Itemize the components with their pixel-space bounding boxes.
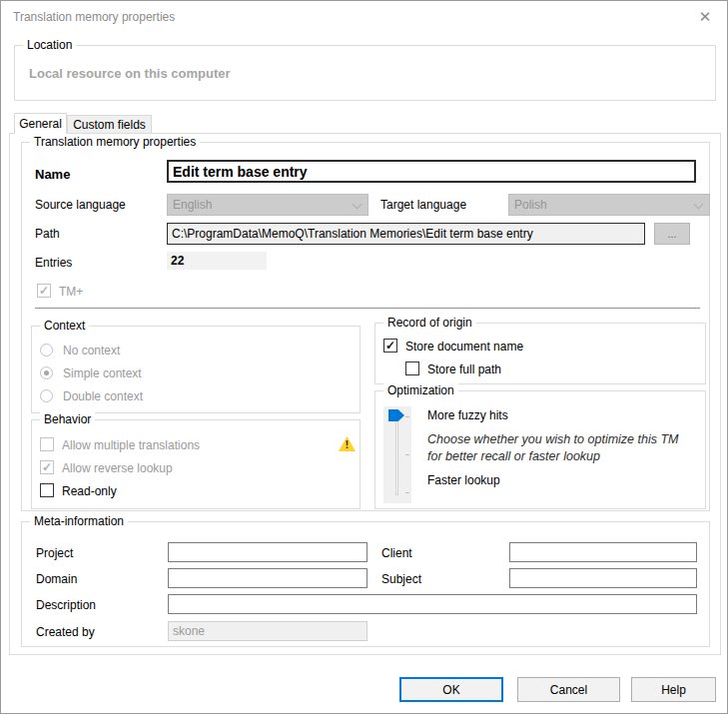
project-input[interactable] — [168, 542, 367, 562]
chevron-down-icon — [353, 200, 363, 210]
no-context-label: No context — [63, 344, 120, 357]
tab-general[interactable]: General — [14, 113, 67, 134]
tab-general-label: General — [19, 117, 62, 131]
browse-button[interactable]: ... — [654, 223, 690, 245]
optimization-groupbox-label: Optimization — [383, 383, 458, 397]
warning-icon — [339, 436, 356, 451]
meta-information-groupbox: Meta-information Project Client Domain S… — [21, 521, 710, 647]
target-language-select[interactable]: Polish — [508, 194, 710, 216]
source-language-value: English — [173, 198, 212, 212]
no-context-radio[interactable] — [40, 344, 53, 357]
separator — [35, 308, 700, 309]
store-full-path-label: Store full path — [427, 362, 501, 376]
source-language-label: Source language — [35, 198, 126, 212]
allow-multiple-translations-checkbox[interactable] — [40, 437, 54, 451]
double-context-radio[interactable] — [40, 389, 53, 402]
description-label: Description — [36, 598, 96, 612]
read-only-label: Read-only — [62, 484, 117, 498]
allow-reverse-lookup-label: Allow reverse lookup — [62, 461, 173, 475]
slider-thumb[interactable] — [388, 409, 404, 421]
ok-button[interactable]: OK — [399, 677, 503, 702]
slider-groove — [395, 414, 398, 495]
allow-reverse-lookup-checkbox[interactable] — [40, 460, 54, 474]
cancel-button[interactable]: Cancel — [517, 677, 620, 702]
title-bar: Translation memory properties ✕ — [1, 1, 727, 33]
tm-plus-label: TM+ — [59, 285, 83, 299]
project-label: Project — [36, 546, 73, 560]
chevron-down-icon — [694, 200, 704, 210]
tm-properties-groupbox-label: Translation memory properties — [30, 135, 200, 149]
read-only-checkbox[interactable] — [40, 483, 54, 497]
allow-multiple-translations-label: Allow multiple translations — [62, 438, 200, 452]
path-label: Path — [35, 227, 60, 241]
record-of-origin-groupbox: Record of origin Store document name Sto… — [374, 323, 706, 384]
simple-context-label: Simple context — [63, 366, 142, 380]
store-full-path-checkbox[interactable] — [405, 361, 419, 375]
simple-context-radio[interactable] — [40, 366, 53, 379]
subject-label: Subject — [381, 572, 421, 586]
record-of-origin-groupbox-label: Record of origin — [383, 316, 476, 330]
store-document-name-checkbox[interactable] — [383, 339, 397, 353]
subject-input[interactable] — [509, 568, 697, 588]
name-label: Name — [35, 167, 70, 182]
optimization-slider[interactable] — [383, 406, 411, 503]
behavior-groupbox: Behavior Allow multiple translations All… — [31, 419, 361, 509]
tm-plus-checkbox[interactable] — [37, 284, 51, 298]
meta-information-groupbox-label: Meta-information — [30, 514, 128, 528]
context-groupbox: Context No context Simple context Double… — [31, 326, 361, 413]
dialog-title: Translation memory properties — [13, 10, 175, 24]
optimization-description: Choose whether you wish to optimize this… — [427, 431, 695, 465]
description-input[interactable] — [168, 594, 697, 614]
double-context-label: Double context — [63, 389, 143, 403]
source-language-select[interactable]: English — [167, 194, 368, 216]
context-groupbox-label: Context — [40, 319, 89, 333]
domain-label: Domain — [36, 572, 77, 586]
location-groupbox-label: Location — [23, 38, 76, 52]
store-document-name-label: Store document name — [405, 340, 523, 354]
location-groupbox: Location Local resource on this computer — [14, 45, 716, 101]
path-input[interactable] — [167, 223, 645, 245]
location-value: Local resource on this computer — [29, 66, 231, 81]
faster-lookup-label: Faster lookup — [427, 473, 500, 487]
target-language-label: Target language — [380, 198, 466, 212]
optimization-groupbox: Optimization More fuzzy hits Choose whet… — [374, 390, 706, 509]
translation-memory-properties-dialog: Translation memory properties ✕ Location… — [0, 0, 728, 714]
close-icon[interactable]: ✕ — [695, 7, 715, 27]
client-input[interactable] — [509, 542, 697, 562]
created-by-input — [168, 621, 367, 641]
behavior-groupbox-label: Behavior — [40, 412, 95, 426]
created-by-label: Created by — [36, 625, 95, 639]
target-language-value: Polish — [514, 198, 547, 212]
tab-custom-fields-label: Custom fields — [73, 118, 146, 132]
tab-custom-fields[interactable]: Custom fields — [67, 115, 152, 134]
slider-tick — [405, 492, 409, 493]
name-input[interactable] — [167, 160, 696, 183]
help-button[interactable]: Help — [631, 677, 716, 702]
entries-value: 22 — [167, 252, 267, 270]
client-label: Client — [381, 546, 412, 560]
entries-label: Entries — [35, 256, 72, 270]
more-fuzzy-hits-label: More fuzzy hits — [427, 408, 508, 422]
slider-tick — [405, 416, 409, 417]
domain-input[interactable] — [168, 568, 367, 588]
slider-tick — [405, 454, 409, 455]
